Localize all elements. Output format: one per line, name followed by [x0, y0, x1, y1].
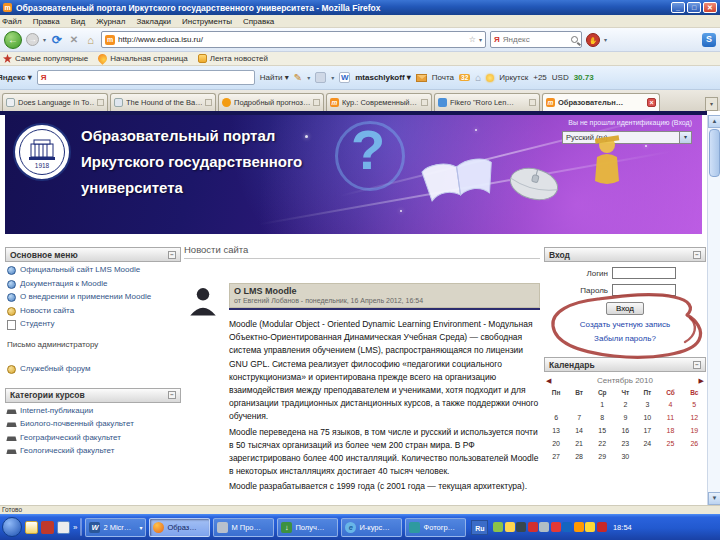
tab-close-icon[interactable]	[205, 99, 212, 106]
vertical-scrollbar[interactable]: ▲ ▼	[707, 115, 720, 505]
tab-3[interactable]: Подробный прогноз…	[218, 93, 324, 111]
tray-icon[interactable]	[585, 522, 595, 532]
sidebar-link[interactable]: Новости сайта	[7, 306, 179, 317]
next-month-button[interactable]: ▶	[699, 377, 704, 385]
tab-2[interactable]: The Hound of the Ba…	[110, 93, 216, 111]
calendar-cell[interactable]: 27	[544, 450, 568, 463]
quicklaunch-icon[interactable]	[25, 521, 38, 534]
menubar-item[interactable]: Файл	[2, 17, 22, 26]
calendar-cell[interactable]: 10	[636, 411, 658, 424]
menubar-item[interactable]: Инструменты	[182, 17, 232, 26]
chevron-down-icon[interactable]: ▾	[479, 36, 482, 43]
calendar-cell[interactable]: 6	[544, 411, 568, 424]
stop-button[interactable]: ✕	[68, 34, 80, 45]
tab-close-icon[interactable]	[421, 99, 428, 106]
wiki-icon[interactable]: W	[339, 72, 350, 83]
search-input[interactable]	[503, 35, 568, 44]
maximize-button[interactable]: □	[687, 2, 701, 13]
start-button[interactable]	[2, 517, 22, 537]
widget-icon[interactable]	[315, 72, 326, 83]
forgot-password-link[interactable]: Забыли пароль?	[544, 334, 706, 343]
close-button[interactable]: ✕	[703, 2, 717, 13]
calendar-cell[interactable]: 4	[658, 398, 682, 411]
scrollbar-thumb[interactable]	[709, 129, 720, 177]
home-button[interactable]: ⌂	[84, 34, 97, 46]
calendar-cell[interactable]: 15	[590, 424, 614, 437]
tray-icon[interactable]	[551, 522, 561, 532]
mail-label[interactable]: Почта	[432, 73, 454, 82]
tab-close-icon[interactable]	[529, 99, 536, 106]
tray-icon[interactable]	[516, 522, 526, 532]
calendar-cell[interactable]: 9	[614, 411, 636, 424]
list-all-tabs-icon[interactable]: ▾	[705, 97, 718, 111]
quicklaunch-icon[interactable]	[41, 521, 54, 534]
language-indicator[interactable]: Ru	[471, 520, 488, 535]
menubar-item[interactable]: Вид	[71, 17, 85, 26]
sidebar-link[interactable]: Документация к Moodle	[7, 279, 179, 290]
bookmark-star-icon[interactable]: ☆	[469, 35, 476, 44]
pencil-icon[interactable]: ✎	[294, 72, 302, 83]
quicklaunch-icon[interactable]	[57, 521, 70, 534]
quicklaunch-overflow-icon[interactable]: »	[73, 523, 77, 532]
tray-icon[interactable]	[539, 522, 549, 532]
url-input[interactable]	[118, 35, 466, 44]
menubar-item[interactable]: Журнал	[96, 17, 125, 26]
calendar-cell[interactable]: 18	[658, 424, 682, 437]
admin-letter-link[interactable]: Письмо администратору	[7, 340, 179, 349]
category-link[interactable]: Биолого-почвенный факультет	[7, 419, 179, 430]
collapse-icon[interactable]: −	[693, 361, 701, 369]
taskbar-button[interactable]: eИ-курс…	[341, 518, 402, 537]
taskbar-button[interactable]: М Про…	[213, 518, 274, 537]
tray-icon[interactable]	[574, 522, 584, 532]
avatar[interactable]	[186, 283, 220, 317]
yandex-user-menu[interactable]: mtaschlykoff ▾	[355, 73, 411, 82]
calendar-cell[interactable]: 28	[568, 450, 590, 463]
menubar-item[interactable]: Правка	[33, 17, 60, 26]
yandex-search-field[interactable]: Я	[37, 70, 255, 85]
category-link[interactable]: Геологический факультет	[7, 446, 179, 457]
calendar-cell[interactable]: 17	[636, 424, 658, 437]
login-status-text[interactable]: Вы не прошли идентификацию (Вход)	[568, 119, 692, 126]
calendar-cell[interactable]: 24	[636, 437, 658, 450]
language-select[interactable]: Русский (ru) ▾	[562, 131, 692, 144]
tab-close-icon[interactable]: ×	[647, 98, 656, 107]
taskbar-button[interactable]: Образ…	[149, 518, 210, 537]
forward-button[interactable]: →	[26, 33, 39, 46]
chevron-down-icon[interactable]: ▾	[331, 74, 334, 81]
calendar-cell[interactable]: 2	[614, 398, 636, 411]
tab-4[interactable]: mКур.: Современный…	[326, 93, 432, 111]
calendar-cell[interactable]: 16	[614, 424, 636, 437]
chevron-down-icon[interactable]: ▾	[604, 36, 607, 43]
skype-addon-icon[interactable]: S	[702, 33, 716, 47]
weather-city[interactable]: Иркутск	[499, 73, 528, 82]
tray-icon[interactable]	[562, 522, 572, 532]
tab-close-icon[interactable]	[97, 99, 104, 106]
mail-icon[interactable]	[416, 74, 427, 82]
adblock-icon[interactable]: ✋	[586, 33, 600, 47]
search-box[interactable]: Я	[490, 31, 582, 48]
tab-1[interactable]: Does Language In To…	[2, 93, 108, 111]
scroll-up-arrow[interactable]: ▲	[708, 115, 720, 128]
calendar-cell[interactable]: 21	[568, 437, 590, 450]
category-link[interactable]: Internet-публикации	[7, 406, 179, 417]
calendar-cell[interactable]: 14	[568, 424, 590, 437]
category-link[interactable]: Географический факультет	[7, 433, 179, 444]
home-icon[interactable]: ⌂	[475, 72, 481, 83]
calendar-cell[interactable]: 13	[544, 424, 568, 437]
chevron-down-icon[interactable]: ▾	[307, 74, 310, 81]
bookmark-item[interactable]: Лента новостей	[198, 54, 268, 63]
menubar-item[interactable]: Справка	[243, 17, 274, 26]
tab-5[interactable]: Fikero "Roro Len…	[434, 93, 540, 111]
calendar-cell[interactable]: 19	[683, 424, 706, 437]
address-bar[interactable]: m ☆ ▾	[101, 31, 486, 48]
create-account-link[interactable]: Создать учетную запись	[544, 320, 706, 329]
login-input[interactable]	[612, 267, 676, 279]
tray-icon[interactable]	[505, 522, 515, 532]
search-icon[interactable]	[571, 36, 578, 43]
scroll-down-arrow[interactable]: ▼	[708, 492, 720, 505]
calendar-cell[interactable]: 8	[590, 411, 614, 424]
calendar-cell[interactable]: 25	[658, 437, 682, 450]
taskbar-button[interactable]: Фотогр…	[405, 518, 466, 537]
bookmark-item[interactable]: Начальная страница	[98, 54, 187, 63]
calendar-cell[interactable]: 11	[658, 411, 682, 424]
